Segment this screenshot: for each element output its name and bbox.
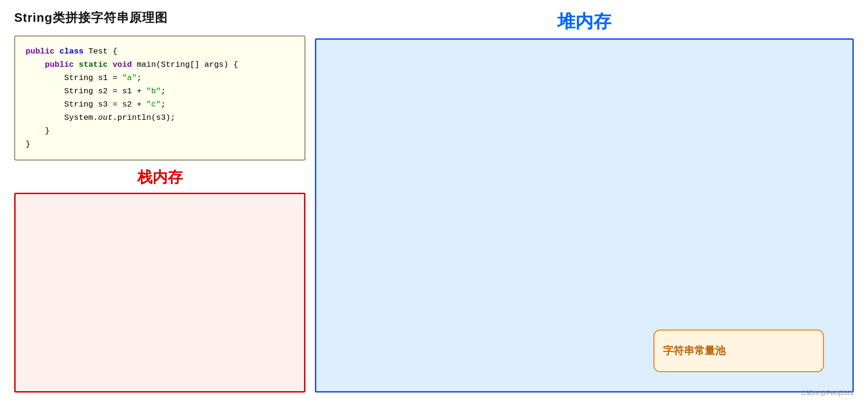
main-container: String类拼接字符串原理图 public class Test { publ… [0,0,868,402]
page-title: String类拼接字符串原理图 [14,9,305,26]
string-pool-box: 字符串常量池 [653,330,824,372]
heap-memory-box: 字符串常量池 [315,38,854,393]
left-panel: String类拼接字符串原理图 public class Test { publ… [14,9,305,393]
heap-title: 堆内存 [315,9,854,34]
code-block: public class Test { public static void m… [14,36,305,161]
watermark: CSDN @Peihj2021 [801,389,854,396]
right-panel: 堆内存 字符串常量池 [315,9,854,393]
string-pool-label: 字符串常量池 [663,344,725,358]
stack-memory-label: 栈内存 [14,167,305,188]
stack-memory-box [14,193,305,393]
